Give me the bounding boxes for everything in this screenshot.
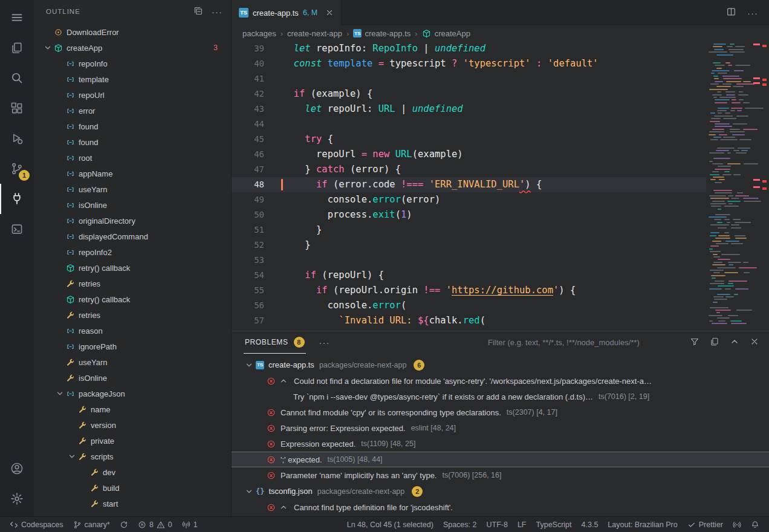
- breadcrumb-item-create-app-ts[interactable]: TScreate-app.ts: [353, 29, 410, 38]
- outline-item-packagejson[interactable]: packageJson: [34, 386, 231, 401]
- chevron-up-icon[interactable]: [279, 503, 289, 511]
- breadcrumb-item-createapp[interactable]: createApp: [422, 28, 470, 38]
- outline-item-build[interactable]: build: [34, 480, 231, 496]
- activity-item-menu[interactable]: [0, 2, 34, 33]
- outline-item-private[interactable]: private: [34, 433, 231, 449]
- problem-row[interactable]: Cannot find module 'cpy' or its correspo…: [232, 404, 769, 420]
- status-ts-version[interactable]: 4.3.5: [577, 517, 603, 532]
- outline-item-isonline[interactable]: isOnline: [34, 370, 231, 386]
- status-encoding[interactable]: UTF-8: [481, 517, 512, 532]
- code-line-54[interactable]: 54 if (repoUrl) {: [232, 268, 706, 283]
- status-sync[interactable]: [115, 517, 133, 532]
- status-prettier[interactable]: Prettier: [683, 517, 728, 532]
- close-panel-icon[interactable]: [750, 337, 759, 349]
- outline-item-retry-callback[interactable]: retry() callback: [34, 291, 231, 307]
- activity-item-remote-tools[interactable]: [0, 184, 34, 214]
- code-line-39[interactable]: 39 let repoInfo: RepoInfo | undefined: [232, 41, 706, 56]
- status-notifications[interactable]: [746, 517, 764, 532]
- code-line-56[interactable]: 56 console.error(: [232, 298, 706, 313]
- problem-row[interactable]: Could not find a declaration file for mo…: [232, 373, 769, 389]
- outline-item-displayedcommand[interactable]: displayedCommand: [34, 229, 231, 244]
- problems-file-row-tsconfig-json[interactable]: {}tsconfig.jsonpackages/create-next-app2: [232, 483, 769, 499]
- code-line-55[interactable]: 55 if (repoUrl.origin !== 'https://githu…: [232, 283, 706, 298]
- status-layout[interactable]: Layout: Brazilian Pro: [603, 517, 682, 532]
- outline-item-ignorepath[interactable]: ignorePath: [34, 339, 231, 354]
- more-actions-icon[interactable]: ···: [212, 7, 222, 16]
- code-area[interactable]: 39 let repoInfo: RepoInfo | undefined40 …: [232, 41, 706, 331]
- problem-row[interactable]: Parameter 'name' implicitly has an 'any'…: [232, 467, 769, 483]
- outline-item-useyarn[interactable]: useYarn: [34, 354, 231, 370]
- activity-item-search[interactable]: [0, 63, 34, 93]
- outline-item-found[interactable]: found: [34, 134, 231, 150]
- chevron-down-icon[interactable]: [44, 44, 53, 52]
- chevron-down-icon[interactable]: [245, 361, 255, 369]
- outline-item-root[interactable]: root: [34, 150, 231, 166]
- code-line-48[interactable]: 48 if (error.code !=== 'ERR_INVALID_URL'…: [232, 177, 706, 192]
- split-editor-icon[interactable]: [726, 7, 736, 19]
- code-line-51[interactable]: 51 }: [232, 222, 706, 238]
- status-cursor-position[interactable]: Ln 48, Col 45 (1 selected): [342, 517, 438, 532]
- code-line-40[interactable]: 40 const template = typescript ? 'typesc…: [232, 56, 706, 71]
- outline-item-isonline[interactable]: isOnline: [34, 197, 231, 213]
- code-line-43[interactable]: 43 let repoUrl: URL | undefined: [232, 102, 706, 117]
- code-line-50[interactable]: 50 process.exit(1): [232, 207, 706, 222]
- code-line-41[interactable]: 41: [232, 71, 706, 86]
- outline-item-version[interactable]: version: [34, 417, 231, 433]
- outline-item-retries[interactable]: retries: [34, 307, 231, 323]
- code-line-53[interactable]: 53: [232, 253, 706, 268]
- activity-item-panel-console[interactable]: [0, 214, 34, 244]
- problem-row[interactable]: Try `npm i --save-dev @types/async-retry…: [232, 389, 769, 404]
- activity-item-run-and-debug[interactable]: [0, 123, 34, 154]
- code-line-57[interactable]: 57 `Invalid URL: ${chalk.red(: [232, 313, 706, 328]
- code-line-44[interactable]: 44: [232, 117, 706, 132]
- outline-item-template[interactable]: template: [34, 71, 231, 87]
- chevron-up-icon[interactable]: [279, 377, 289, 385]
- code-line-58[interactable]: 58 `"${example}"`: [232, 328, 706, 331]
- outline-item-error[interactable]: error: [34, 103, 231, 118]
- close-tab-icon[interactable]: [325, 8, 334, 17]
- activity-item-source-control[interactable]: 1: [0, 154, 34, 184]
- collapse-all-icon[interactable]: [193, 6, 203, 17]
- outline-item-repoinfo2[interactable]: repoInfo2: [34, 244, 231, 260]
- code-line-47[interactable]: 47 } catch (error) {: [232, 162, 706, 177]
- outline-item-retry-callback[interactable]: retry() callback: [34, 260, 231, 276]
- outline-item-found[interactable]: found: [34, 118, 231, 134]
- activity-item-extensions[interactable]: [0, 93, 34, 123]
- status-problems-summary[interactable]: 80: [133, 517, 177, 532]
- tab-problems[interactable]: PROBLEMS 8: [244, 331, 306, 354]
- status-ports[interactable]: 1: [177, 517, 203, 532]
- code-line-49[interactable]: 49 console.error(error): [232, 192, 706, 207]
- problems-file-row-create-app-ts[interactable]: TScreate-app.tspackages/create-next-app6: [232, 357, 769, 373]
- chevron-down-icon[interactable]: [68, 452, 77, 461]
- outline-item-originaldirectory[interactable]: originalDirectory: [34, 213, 231, 229]
- tab-create-app-ts[interactable]: TS create-app.ts 6, M: [232, 0, 342, 25]
- outline-item-useyarn[interactable]: useYarn: [34, 181, 231, 197]
- status-remote-indicator[interactable]: Codespaces: [5, 517, 68, 532]
- code-line-52[interactable]: 52 }: [232, 238, 706, 253]
- editor-more-actions-icon[interactable]: ···: [747, 8, 758, 18]
- activity-item-accounts[interactable]: [0, 453, 34, 484]
- outline-item-createapp[interactable]: createApp3: [34, 40, 231, 56]
- activity-item-settings[interactable]: [0, 484, 34, 514]
- panel-more-actions-icon[interactable]: ···: [319, 338, 330, 347]
- collapse-panel-icon[interactable]: [730, 337, 739, 349]
- outline-item-repoinfo[interactable]: repoInfo: [34, 56, 231, 71]
- problem-row[interactable]: Parsing error: Expression expected.eslin…: [232, 420, 769, 436]
- chevron-down-icon[interactable]: [56, 389, 65, 398]
- problem-row[interactable]: ';' expected.ts(1005) [48, 44]: [232, 452, 769, 467]
- outline-item-scripts[interactable]: scripts: [34, 449, 231, 464]
- minimap[interactable]: [706, 41, 769, 331]
- outline-item-reason[interactable]: reason: [34, 323, 231, 339]
- problems-filter-input[interactable]: [487, 337, 679, 348]
- chevron-down-icon[interactable]: [245, 487, 255, 496]
- group-by-icon[interactable]: [710, 337, 719, 349]
- status-git-branch[interactable]: canary*: [68, 517, 115, 532]
- code-line-45[interactable]: 45 try {: [232, 132, 706, 147]
- code-line-46[interactable]: 46 repoUrl = new URL(example): [232, 147, 706, 162]
- problem-row[interactable]: Cannot find type definition file for 'js…: [232, 499, 769, 515]
- status-eol[interactable]: LF: [513, 517, 531, 532]
- outline-item-retries[interactable]: retries: [34, 276, 231, 291]
- activity-item-explorer[interactable]: [0, 33, 34, 63]
- filter-icon[interactable]: [690, 337, 699, 349]
- outline-item-name[interactable]: name: [34, 401, 231, 417]
